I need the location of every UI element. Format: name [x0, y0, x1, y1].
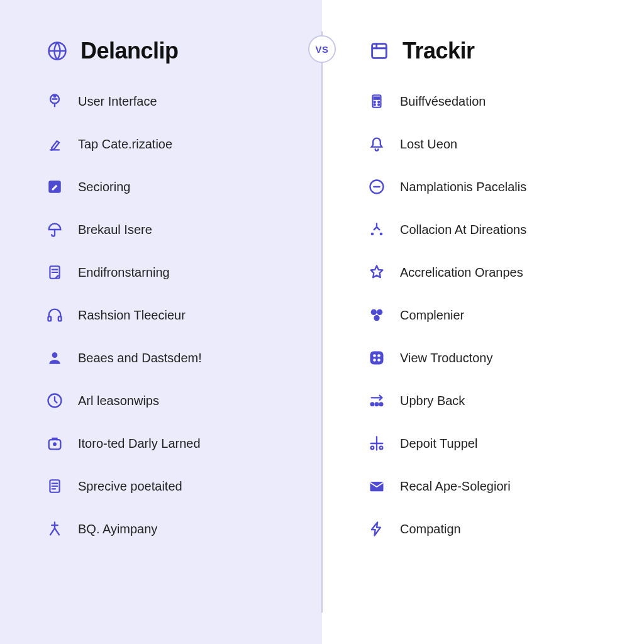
- edit-square-icon: [45, 177, 64, 196]
- pen-base-icon: [45, 135, 64, 153]
- svg-point-33: [380, 403, 383, 406]
- svg-point-25: [374, 315, 379, 321]
- feature-label: User Interface: [78, 94, 157, 109]
- feature-item: Rashsion Tleecieur: [45, 306, 297, 325]
- document-icon: [45, 477, 64, 496]
- calculator-icon: [367, 92, 386, 111]
- feature-item: Itoro-ted Darly Larned: [45, 434, 297, 453]
- svg-point-35: [380, 447, 383, 450]
- svg-rect-7: [58, 316, 62, 321]
- feature-item: Brekaul Isere: [45, 220, 297, 239]
- svg-point-24: [377, 309, 382, 315]
- svg-point-22: [380, 233, 383, 236]
- feature-item: Beaes and Dastsdem!: [45, 348, 297, 367]
- feature-label: Upbry Back: [400, 394, 465, 408]
- feature-label: Itoro-ted Darly Larned: [78, 436, 201, 451]
- svg-point-16: [374, 101, 375, 103]
- left-title: Delanclip: [80, 38, 179, 64]
- svg-point-34: [371, 447, 374, 450]
- feature-label: Complenier: [400, 308, 464, 323]
- feature-item: User Interface: [45, 92, 297, 111]
- svg-rect-26: [370, 352, 384, 365]
- headphones-icon: [45, 306, 64, 325]
- left-feature-list: User Interface Tap Cate.rizatioe Se: [45, 92, 297, 538]
- trackir-logo-icon: [367, 39, 391, 63]
- svg-point-11: [53, 443, 56, 445]
- feature-item: Sprecive poetaited: [45, 477, 297, 496]
- feature-item: Namplationis Pacelalis: [367, 177, 619, 196]
- svg-point-23: [371, 309, 377, 315]
- feature-item: Compatign: [367, 519, 619, 538]
- tripod-icon: [45, 519, 64, 538]
- feature-item: Collacion At Direations: [367, 220, 619, 239]
- feature-item: Arl leasonwips: [45, 391, 297, 410]
- feature-label: Endifronstarning: [78, 265, 170, 280]
- feature-item: Accrelication Oranpes: [367, 263, 619, 282]
- vs-badge: VS: [308, 35, 336, 63]
- feature-label: Rashsion Tleecieur: [78, 308, 186, 323]
- svg-point-30: [377, 358, 380, 362]
- svg-point-3: [54, 95, 56, 97]
- feature-label: Buiffvésedation: [400, 94, 486, 109]
- feature-label: Brekaul Isere: [78, 223, 152, 237]
- feature-item: Buiffvésedation: [367, 92, 619, 111]
- document-check-icon: [45, 263, 64, 282]
- feature-item: Tap Cate.rizatioe: [45, 135, 297, 153]
- feature-item: Depoit Tuppel: [367, 434, 619, 453]
- right-feature-list: Buiffvésedation Lost Ueon Namplationis P…: [367, 92, 619, 538]
- user-interface-icon: [45, 92, 64, 111]
- feature-label: Accrelication Oranpes: [400, 265, 523, 280]
- comparison-container: Delanclip User Interface Tap Cate.rizati…: [0, 0, 644, 644]
- right-column: Trackir Buiffvésedation Lost Ueon: [322, 0, 644, 644]
- star-icon: [367, 263, 386, 282]
- svg-point-28: [377, 354, 380, 357]
- svg-point-32: [375, 403, 379, 406]
- transfer-icon: [367, 391, 386, 410]
- svg-rect-13: [372, 44, 387, 58]
- feature-item: Secioring: [45, 177, 297, 196]
- svg-point-19: [378, 104, 379, 105]
- mail-icon: [367, 477, 386, 496]
- umbrella-icon: [45, 220, 64, 239]
- svg-point-8: [52, 352, 58, 358]
- lightning-icon: [367, 519, 386, 538]
- svg-point-21: [371, 233, 374, 236]
- feature-label: Depoit Tuppel: [400, 436, 477, 451]
- feature-label: Secioring: [78, 180, 130, 194]
- svg-rect-6: [48, 316, 52, 321]
- bell-icon: [367, 135, 386, 153]
- feature-label: Collacion At Direations: [400, 223, 526, 237]
- left-column: Delanclip User Interface Tap Cate.rizati…: [0, 0, 322, 644]
- feature-label: Lost Ueon: [400, 137, 457, 152]
- feature-item: Complenier: [367, 306, 619, 325]
- svg-point-17: [378, 101, 379, 103]
- feature-label: Arl leasonwips: [78, 394, 159, 408]
- shapes-icon: [367, 306, 386, 325]
- clock-icon: [45, 391, 64, 410]
- svg-point-31: [371, 403, 374, 406]
- feature-item: View Troductony: [367, 348, 619, 367]
- feature-label: View Troductony: [400, 351, 493, 365]
- merge-arrows-icon: [367, 220, 386, 239]
- right-heading: Trackir: [367, 38, 619, 64]
- vs-label: VS: [315, 44, 328, 55]
- feature-item: Recal Ape-Solegiori: [367, 477, 619, 496]
- inbox-icon: [45, 434, 64, 453]
- feature-item: BQ. Ayimpany: [45, 519, 297, 538]
- feature-item: Upbry Back: [367, 391, 619, 410]
- svg-point-27: [373, 354, 376, 357]
- feature-item: Lost Ueon: [367, 135, 619, 153]
- app-grid-icon: [367, 348, 386, 367]
- balance-icon: [367, 434, 386, 453]
- feature-label: Compatign: [400, 522, 461, 536]
- minus-circle-icon: [367, 177, 386, 196]
- feature-label: Recal Ape-Solegiori: [400, 479, 511, 494]
- feature-label: Tap Cate.rizatioe: [78, 137, 172, 152]
- feature-label: Sprecive poetaited: [78, 479, 182, 494]
- feature-label: Beaes and Dastsdem!: [78, 351, 202, 365]
- right-title: Trackir: [402, 38, 475, 64]
- vertical-divider: [321, 31, 323, 613]
- left-heading: Delanclip: [45, 38, 297, 64]
- feature-item: Endifronstarning: [45, 263, 297, 282]
- svg-point-18: [374, 104, 375, 105]
